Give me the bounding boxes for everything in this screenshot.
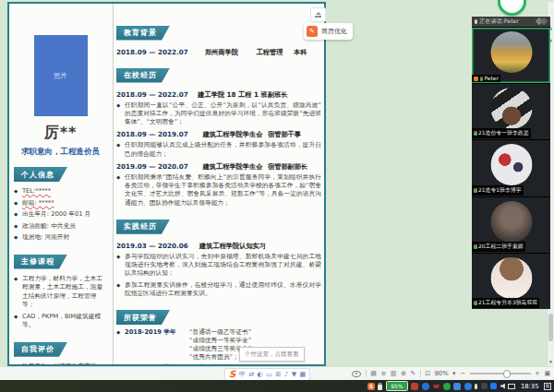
punctuation-toggle-icon[interactable]: ⇄ — [248, 372, 254, 378]
screen: 照片 厉** 求职意向，工程造价员 个人信息 TEL:***** 邮箱: ***… — [0, 0, 554, 392]
web-view-icon[interactable]: ⊕ — [401, 370, 406, 377]
candidate-name: 厉** — [14, 124, 107, 143]
mic-icon — [474, 301, 477, 305]
fit-page-icon[interactable]: ⊡ — [425, 370, 430, 377]
sogou-logo-icon[interactable]: S — [229, 370, 235, 379]
courses-list: 工程力学，材料力学，土木工程测量，土木工程施工，混凝土结构设计原理，工程管理等；… — [14, 275, 107, 330]
section-title-self-evaluation: 自我评价 — [14, 342, 67, 357]
avatar — [490, 88, 532, 129]
practice-desc: 参与学院组织的认识实习，去到中原福塔、新郑机场及中建七局的工地现场进行实地考察，… — [116, 253, 321, 279]
zoom-out-button[interactable]: − — [460, 370, 465, 377]
participant-name-label: 21工程专升本3班马双双 — [472, 298, 539, 308]
avatar — [490, 31, 532, 73]
zoom-in-button[interactable]: + — [535, 370, 540, 377]
resume-optimize-button[interactable]: ✎ 简历优化 — [304, 23, 353, 40]
speaker-icon[interactable] — [500, 384, 505, 389]
scroll-down-icon[interactable]: ▼ — [548, 360, 554, 364]
mic-icon — [474, 244, 477, 249]
award: “普通话一级乙等证书” — [189, 328, 321, 337]
zoom-dropdown-icon[interactable]: ▾ — [452, 370, 456, 377]
outline-view-icon[interactable]: ≡ — [380, 370, 386, 377]
meeting-logo-icon — [536, 18, 548, 25]
experience-desc: 任职期间秉承“团结友爱、积极向上”的宗旨服务同学，策划组织并执行各类活动，带领学… — [116, 173, 321, 208]
photos-tray-icon[interactable] — [453, 383, 461, 390]
skin-icon[interactable]: ▼ — [292, 372, 296, 378]
section-title-honors: 所获荣誉 — [116, 310, 170, 325]
column-divider — [113, 4, 114, 364]
resume-left-column: 照片 厉** 求职意向，工程造价员 个人信息 TEL:***** 邮箱: ***… — [9, 4, 112, 364]
zoom-slider[interactable] — [470, 373, 531, 374]
blue-app-tray-icon[interactable] — [464, 383, 472, 390]
participant-name-label: 20工程二班于素媚 — [472, 242, 525, 252]
mic-icon — [474, 188, 477, 193]
list-item: CAD，PKPM，BIM建筑建模等。 — [14, 313, 107, 330]
list-item: 出生年月: 2000 年01 月 — [14, 210, 107, 220]
power-plug-icon[interactable] — [378, 385, 382, 390]
microphone-tray-icon[interactable] — [475, 384, 477, 389]
scrollbar-thumb[interactable] — [548, 314, 553, 341]
participant-tile[interactable]: 21造价专一班李政远 — [472, 83, 550, 139]
halfwidth-toggle-icon[interactable]: ◐ — [258, 372, 263, 378]
award: “国家励志奖学金” — [189, 363, 321, 364]
participant-name-label: 21造价专一班李政远 — [472, 128, 531, 138]
voice-input-icon[interactable]: ♪ — [284, 372, 288, 378]
camera-tray-icon[interactable] — [481, 383, 488, 389]
toolbox-icon[interactable]: ▦ — [300, 372, 307, 378]
widget-collapse-button[interactable] — [310, 7, 326, 22]
education-degree: 本科 — [294, 48, 321, 57]
taskbar-clock[interactable]: 18:35 — [521, 383, 539, 390]
virtual-keyboard-icon[interactable]: ▭ — [266, 372, 272, 378]
browser-tray-icon[interactable] — [422, 383, 429, 390]
education-row: 2018.09 — 2022.07 郑州商学院 工程管理 本科 — [116, 48, 321, 57]
resume-optimize-icon: ✎ — [307, 26, 318, 37]
display-icon[interactable] — [508, 384, 515, 389]
resume-right-column: 教育背景 2018.09 — 2022.07 郑州商学院 工程管理 本科 在校经… — [116, 4, 321, 364]
eye-protection-icon[interactable] — [352, 371, 361, 377]
wps-tray-icon[interactable]: W — [432, 383, 440, 390]
zoom-level[interactable]: 90% — [435, 370, 449, 377]
emoji-picker-icon[interactable]: ⊞ — [275, 372, 281, 378]
participant-tile[interactable]: 21工程专升本3班马双双 — [472, 253, 550, 309]
job-objective: 求职意向，工程造价员 — [14, 147, 107, 158]
participant-tile[interactable]: 20工程二班于素媚 — [472, 196, 550, 253]
avatar — [490, 144, 532, 185]
experience-desc: 任职期间一直以“公平、公正、公开”为原则，以“认真负责、细致高效”的态度对待工作… — [116, 101, 321, 127]
education-date: 2018.09 — 2022.07 — [116, 48, 198, 56]
experience-header: 2018.09 — 2019.07 建筑工程学院学生会 宿管部干事 — [116, 130, 321, 139]
annotate-pen-icon[interactable]: ✎ — [410, 370, 416, 377]
honor-group: 2019-2020 学年 “国家励志奖学金” “优秀学生干部”； “成绩优秀三等… — [116, 363, 321, 364]
mic-icon — [475, 19, 477, 24]
section-title-personal-info: 个人信息 — [14, 167, 67, 182]
speaking-label: 正在讲话:Peter — [479, 18, 519, 26]
participant-tile-peter[interactable]: Peter — [472, 27, 550, 83]
resume-page: 照片 厉** 求职意向，工程造价员 个人信息 TEL:***** 邮箱: ***… — [7, 2, 326, 366]
sogou-tray-icon[interactable]: S — [367, 383, 375, 390]
wps-document-area: 照片 厉** 求职意向，工程造价员 个人信息 TEL:***** 邮箱: ***… — [0, 0, 554, 366]
page-view-icon[interactable]: ▤ — [370, 370, 377, 377]
fullscreen-icon[interactable]: ▣ — [544, 370, 550, 377]
meeting-panel: 正在讲话:Peter Peter 21造价专一班李政远 — [472, 17, 550, 309]
book-view-icon[interactable]: ▥ — [391, 370, 397, 377]
section-title-school-experience: 在校经历 — [116, 68, 170, 83]
participant-name-label: Peter — [472, 75, 500, 82]
input-mode-toggle[interactable]: 中 — [239, 372, 246, 378]
experience-desc: 任职期间能够认真完成上级分配的任务，并积极参加各项活动，提升自己的综合能力； — [116, 141, 321, 159]
practice-header: 2019.03 — 2020.06 建筑工程学院认知实习 — [116, 242, 321, 251]
list-item: 邮箱: ***** — [14, 199, 107, 208]
experience-header: 2019.09 — 2020.07 建筑工程学院学生会 宿管部副部长 — [116, 162, 321, 172]
green-app-tray-icon[interactable] — [443, 383, 451, 390]
meeting-tray-icon[interactable] — [490, 383, 497, 389]
taskbar: S 95% W 18:35 — [0, 380, 554, 392]
award: “成绩优秀一等奖学金” — [189, 337, 321, 345]
meeting-float-ball[interactable] — [498, 0, 526, 16]
battery-indicator[interactable]: 95% — [386, 381, 408, 391]
settings-tooltip: 个性设置，点我看看 — [239, 347, 305, 362]
status-bar-controls: ▤ ≡ ▥ ⊕ ✎ ⊡ 90% ▾ − + ▣ — [352, 367, 550, 380]
zoom-slider-knob[interactable] — [503, 370, 512, 378]
sogou-input-toolbar[interactable]: S 中 ⇄ ◐ ▭ ⊞ ♪ ▼ ▦ — [224, 368, 310, 381]
avatar — [490, 201, 532, 243]
participant-tile[interactable]: 21造专1班李博宇 — [472, 139, 550, 196]
notification-center-icon[interactable] — [544, 383, 551, 390]
folder-tray-icon[interactable] — [411, 383, 418, 390]
education-major: 工程管理 — [246, 48, 294, 57]
